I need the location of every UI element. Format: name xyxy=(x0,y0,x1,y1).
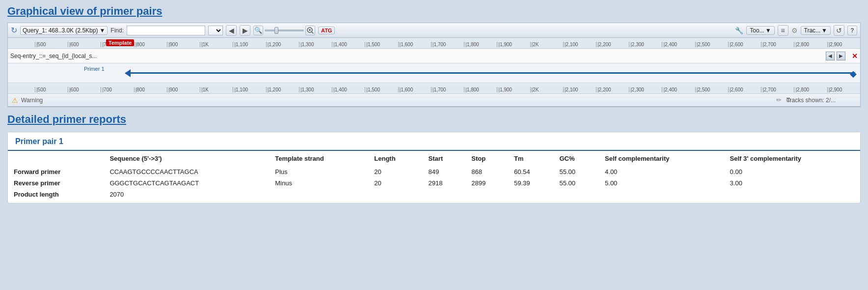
btick-2500: |2,500 xyxy=(695,87,728,92)
track-nav-forward[interactable]: ▶ xyxy=(837,52,845,60)
reverse-primer-gc: 55.00 xyxy=(553,177,599,189)
reverse-primer-sequence: GGGCTGCACTCAGTAAGACT xyxy=(104,177,269,189)
tick-1400: |1,400 xyxy=(332,42,365,47)
viewer-toolbar: ↻ Query_1: 468..3.0K (2.5Kbp) ▼ Find: ◀ … xyxy=(8,23,860,38)
tools-label: Too... xyxy=(750,27,764,34)
track-area: Template |500 |600 |700 |800 |900 |1K |1… xyxy=(8,38,860,107)
btick-2900: |2,900 xyxy=(827,87,860,92)
btick-2600: |2,600 xyxy=(728,87,761,92)
reverse-primer-start: 2918 xyxy=(423,177,466,189)
tracks-label: Trac... xyxy=(804,27,821,34)
btick-500: |500 xyxy=(35,87,68,92)
btick-700: |700 xyxy=(101,87,134,92)
tick-1100: |1,100 xyxy=(233,42,266,47)
track-nav-back[interactable]: ◀ xyxy=(826,52,835,60)
tick-2300: |2,300 xyxy=(629,42,662,47)
primer-table: Sequence (5'->3') Template strand Length… xyxy=(8,151,860,203)
query-select[interactable]: Query_1: 468..3.0K (2.5Kbp) ▼ xyxy=(20,26,108,35)
btick-2k: |2K xyxy=(530,87,563,92)
tick-900: |900 xyxy=(167,42,200,47)
reverse-primer-tm: 59.39 xyxy=(508,177,554,189)
col-start: Start xyxy=(423,151,466,164)
tracks-shown-label: Tracks shown: 2/... xyxy=(787,97,836,104)
btick-2800: |2,800 xyxy=(794,87,827,92)
zoom-handle[interactable] xyxy=(274,27,278,34)
tools-dropdown-icon: ▼ xyxy=(765,27,771,34)
tick-2k: |2K xyxy=(530,42,563,47)
zoom-in-button[interactable] xyxy=(305,26,315,35)
gear-icon[interactable]: ⚙ xyxy=(791,27,798,34)
tick-1300: |1,300 xyxy=(299,42,332,47)
tick-1800: |1,800 xyxy=(464,42,497,47)
btick-1500: |1,500 xyxy=(365,87,398,92)
primer-line xyxy=(126,72,855,74)
pencil-icon[interactable]: ✏ xyxy=(776,96,782,104)
tick-2800: |2,800 xyxy=(794,42,827,47)
zoom-out-button[interactable]: 🔍 xyxy=(253,26,263,35)
track-nav-controls: ◀ ▶ xyxy=(826,52,845,60)
detailed-section-title: Detailed primer reports xyxy=(7,113,861,126)
btick-1600: |1,600 xyxy=(398,87,431,92)
primer-pair-title: Primer pair 1 xyxy=(15,137,63,145)
find-label: Find: xyxy=(110,27,124,34)
product-length-label: Product length xyxy=(8,189,104,203)
reverse-primer-self-comp: 5.00 xyxy=(599,177,724,189)
tick-1900: |1,900 xyxy=(497,42,530,47)
btick-1800: |1,800 xyxy=(464,87,497,92)
forward-primer-self-comp: 4.00 xyxy=(599,164,724,177)
zoom-slider[interactable] xyxy=(265,29,304,31)
btick-1100: |1,100 xyxy=(233,87,266,92)
forward-primer-strand: Plus xyxy=(269,164,368,177)
primer-label: Primer 1 xyxy=(84,66,105,72)
tick-600: |600 xyxy=(68,42,101,47)
nav-forward-button[interactable]: ▶ xyxy=(240,25,250,36)
btick-1k: |1K xyxy=(200,87,233,92)
tick-2700: |2,700 xyxy=(761,42,794,47)
tools-button[interactable]: Too... ▼ xyxy=(746,26,774,35)
warning-text: Warning xyxy=(21,97,43,104)
col-stop: Stop xyxy=(465,151,508,164)
track-close-button[interactable]: ✕ xyxy=(852,52,858,60)
tick-1500: |1,500 xyxy=(365,42,398,47)
btick-800: |800 xyxy=(134,87,167,92)
columns-button[interactable]: ≡ xyxy=(778,25,788,36)
find-dropdown[interactable] xyxy=(208,26,223,35)
tick-2500: |2,500 xyxy=(695,42,728,47)
btick-1300: |1,300 xyxy=(299,87,332,92)
atg-button[interactable]: ATG xyxy=(318,27,335,34)
seq-entry-label: Seq-entry_::=_seq_{id_{local_s... xyxy=(8,53,97,59)
btick-2700: |2,700 xyxy=(761,87,794,92)
primer-arrow-right: ◆ xyxy=(850,69,857,78)
tick-2600: |2,600 xyxy=(728,42,761,47)
tick-1700: |1,700 xyxy=(431,42,464,47)
reverse-primer-label: Reverse primer xyxy=(8,177,104,189)
nav-back-button[interactable]: ◀ xyxy=(226,25,237,36)
col-self-comp: Self complementarity xyxy=(599,151,724,164)
btick-1900: |1,900 xyxy=(497,87,530,92)
tick-2900: |2,900 xyxy=(827,42,860,47)
forward-primer-start: 849 xyxy=(423,164,466,177)
forward-primer-label: Forward primer xyxy=(8,164,104,177)
toolbar-refresh-button[interactable]: ↺ xyxy=(834,25,844,36)
bottom-ruler-ticks: |500 |600 |700 |800 |900 |1K |1,100 |1,2… xyxy=(8,87,860,92)
detailed-section: Detailed primer reports Primer pair 1 Se… xyxy=(7,113,861,203)
warning-icon: ⚠ xyxy=(12,96,18,104)
tick-800: |800 xyxy=(134,42,167,47)
tracks-button[interactable]: Trac... ▼ xyxy=(801,26,831,35)
bottom-ruler-row: |500 |600 |700 |800 |900 |1K |1,100 |1,2… xyxy=(8,83,860,94)
help-button[interactable]: ? xyxy=(847,26,857,35)
reverse-primer-stop: 2899 xyxy=(465,177,508,189)
forward-primer-self3-comp: 0.00 xyxy=(724,164,860,177)
reverse-primer-row: Reverse primer GGGCTGCACTCAGTAAGACT Minu… xyxy=(8,177,860,189)
btick-2300: |2,300 xyxy=(629,87,662,92)
tick-1600: |1,600 xyxy=(398,42,431,47)
refresh-icon[interactable]: ↻ xyxy=(11,26,17,35)
col-length: Length xyxy=(368,151,422,164)
col-gc: GC% xyxy=(553,151,599,164)
find-input[interactable] xyxy=(127,26,205,35)
tick-1200: |1,200 xyxy=(266,42,299,47)
col-tm: Tm xyxy=(508,151,554,164)
reverse-primer-length: 20 xyxy=(368,177,422,189)
col-strand: Template strand xyxy=(269,151,368,164)
graphical-section-title: Graphical view of primer pairs xyxy=(7,5,861,18)
